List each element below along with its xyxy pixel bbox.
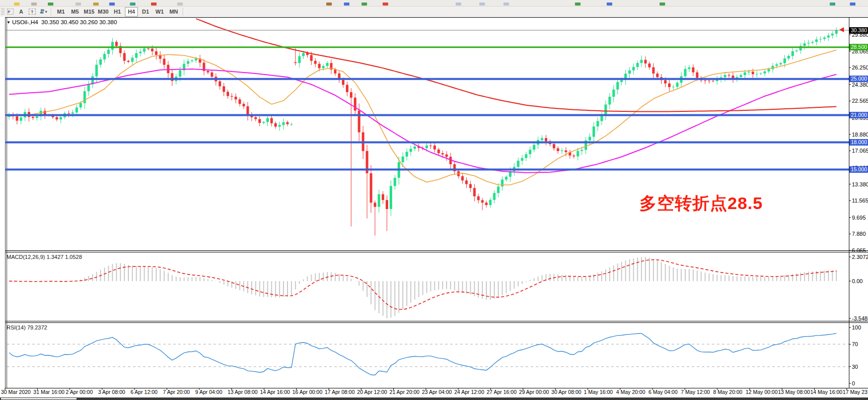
toolbar-icon-sliver[interactable] <box>109 3 115 6</box>
time-axis-label: 31 Mar 16:00 <box>33 389 64 395</box>
toolbar-icon-sliver[interactable] <box>850 3 855 6</box>
toolbar-icon-sliver[interactable] <box>575 3 581 6</box>
rsi-axis-tick: 100 <box>852 324 861 330</box>
toolbar-icon-sliver[interactable] <box>361 3 367 6</box>
chart-window: ▼USOil-,H4 30.350 30.450 30.260 30.380 M… <box>0 17 868 400</box>
time-axis-label: 14 Apr 16:00 <box>260 389 290 395</box>
price-axis-tick: 13.380 <box>852 181 868 187</box>
macd-axis-tick: 0.00 <box>852 278 862 284</box>
fibonacci-icon: F <box>7 9 14 15</box>
macd-indicator-label: MACD(12,26,9) 1.3427 1.0528 <box>7 254 82 260</box>
text-tool-button[interactable]: A <box>16 8 26 16</box>
toolbar-icon-sliver[interactable] <box>830 3 835 6</box>
time-axis-label: 14 May 16:00 <box>811 389 843 395</box>
text-label-icon: T <box>29 9 36 15</box>
hline-price-tag: 25.000 <box>849 76 868 82</box>
timeframe-button-d1[interactable]: D1 <box>139 7 152 17</box>
price-axis-tick: 9.695 <box>852 215 866 221</box>
time-axis-label: 20 Apr 12:00 <box>357 389 387 395</box>
hline-price-tag: 15.000 <box>849 166 868 173</box>
time-axis-label: 12 May 00:00 <box>746 389 778 395</box>
toolbar-icon-sliver[interactable] <box>151 3 157 6</box>
toolbar-icon-sliver[interactable] <box>76 3 81 6</box>
chart-symbol: USOil-,H4 <box>12 19 38 25</box>
bottom-window-edge <box>0 397 868 400</box>
timeframe-button-m5[interactable]: M5 <box>68 7 82 17</box>
toolbar-icon-sliver[interactable] <box>607 3 612 6</box>
toolbar-icon-sliver[interactable] <box>177 3 183 6</box>
text-label-tool-button[interactable]: T <box>27 8 37 16</box>
toolbar-icon-sliver[interactable] <box>383 3 388 6</box>
time-axis-label: 7 May 12:00 <box>681 389 710 395</box>
time-axis-label: 7 Apr 20:00 <box>163 389 190 395</box>
price-axis-tick: 11.565 <box>852 197 868 204</box>
price-axis-tick: 26.250 <box>852 64 868 71</box>
horizontal-scrollbar-thumb[interactable] <box>1 398 77 399</box>
time-axis-label: 16 Apr 00:00 <box>293 389 323 395</box>
symbol-dropdown-arrow[interactable]: ▼ <box>7 20 11 25</box>
price-axis-tick: 22.565 <box>852 98 868 104</box>
toolbar-icon-sliver[interactable] <box>93 3 99 6</box>
macd-axis-tick: -3.5484 <box>852 315 868 321</box>
rsi-axis-tick: 70 <box>852 341 858 347</box>
hline-price-tag: 18.000 <box>849 139 868 146</box>
time-axis-label: 9 Apr 04:00 <box>195 389 223 395</box>
time-axis-label: 29 Apr 00:00 <box>519 389 549 395</box>
toolbar-icon-sliver[interactable] <box>326 3 332 6</box>
time-axis-label: 27 Apr 16:00 <box>487 389 517 395</box>
hline-price-tag: 28.500 <box>849 44 868 50</box>
timeframe-button-mn[interactable]: MN <box>167 7 180 17</box>
toolbar-icon-sliver[interactable] <box>344 3 349 6</box>
chart-title: ▼USOil-,H4 30.350 30.450 30.260 30.380 <box>7 19 117 25</box>
toolbar-icon-sliver[interactable] <box>503 3 509 6</box>
price-axis-tick: 7.880 <box>852 231 866 237</box>
price-arrow-object <box>839 27 844 32</box>
current-price-tag: 30.380 <box>849 27 868 34</box>
time-axis-label: 8 May 20:00 <box>713 389 743 395</box>
arrows-dropdown-caret[interactable]: ▾ <box>45 10 47 14</box>
time-axis-label: 3 Apr 08:00 <box>98 389 125 395</box>
toolbar-icon-sliver[interactable] <box>14 3 20 6</box>
time-axis-label: 6 Apr 12:00 <box>130 389 158 395</box>
price-axis-tick: 17.065 <box>852 148 868 154</box>
rsi-axis-tick: 0 <box>852 380 855 386</box>
macd-axis-tick: 2.3072 <box>852 254 868 260</box>
toolbar-icon-sliver[interactable] <box>660 3 665 6</box>
main-toolbar: F A T ⇵ ▾ M1M5M15M30H1H4D1W1MN <box>0 7 868 17</box>
time-axis-label: 17 May 23:00 <box>843 389 868 395</box>
rsi-axis-tick: 30 <box>852 364 858 370</box>
chart-annotation-text: 多空转折点28.5 <box>639 192 763 215</box>
toolbar-grip[interactable] <box>1 8 5 15</box>
toolbar-icon-sliver[interactable] <box>48 3 53 6</box>
time-axis-label: 13 Apr 08:00 <box>228 389 258 395</box>
time-axis-label: 21 Apr 20:00 <box>390 389 420 395</box>
time-axis-label: 6 May 04:00 <box>648 389 678 395</box>
timeframe-button-m30[interactable]: M30 <box>97 7 110 17</box>
time-axis-label: 30 Apr 08:00 <box>551 389 582 395</box>
fibonacci-tool-button[interactable]: F <box>5 8 15 16</box>
time-axis-label: 2 Apr 00:00 <box>66 389 93 395</box>
toolbar-icon-sliver[interactable] <box>31 3 37 6</box>
toolbar-icon-sliver[interactable] <box>130 3 135 6</box>
timeframe-button-w1[interactable]: W1 <box>153 7 166 17</box>
toolbar-icon-sliver[interactable] <box>479 3 485 6</box>
time-axis-label: 17 Apr 08:00 <box>325 389 355 395</box>
timeframe-button-m1[interactable]: M1 <box>54 7 67 17</box>
chart-ohlc-values: 30.350 30.450 30.260 30.380 <box>41 19 117 25</box>
time-axis-label: 4 May 20:00 <box>616 389 645 395</box>
timeframe-button-h4[interactable]: H4 <box>125 7 138 17</box>
arrows-icon: ⇵ <box>39 8 44 15</box>
price-axis-tick: 6.065 <box>852 247 866 253</box>
timeframe-button-group: M1M5M15M30H1H4D1W1MN <box>54 7 181 17</box>
arrows-tool-button[interactable]: ⇵ ▾ <box>38 8 48 16</box>
upper-toolbar-strip <box>0 0 868 7</box>
price-axis-tick: 18.880 <box>852 131 868 138</box>
toolbar-separator <box>183 8 184 16</box>
toolbar-icon-sliver[interactable] <box>456 3 461 6</box>
hline-price-tag: 21.000 <box>849 112 868 118</box>
timeframe-button-m15[interactable]: M15 <box>83 7 96 17</box>
toolbar-separator <box>51 8 52 16</box>
timeframe-button-h1[interactable]: H1 <box>111 7 124 17</box>
time-axis-label: 13 May 08:00 <box>778 389 810 395</box>
time-axis-label: 23 Apr 04:00 <box>422 389 452 395</box>
